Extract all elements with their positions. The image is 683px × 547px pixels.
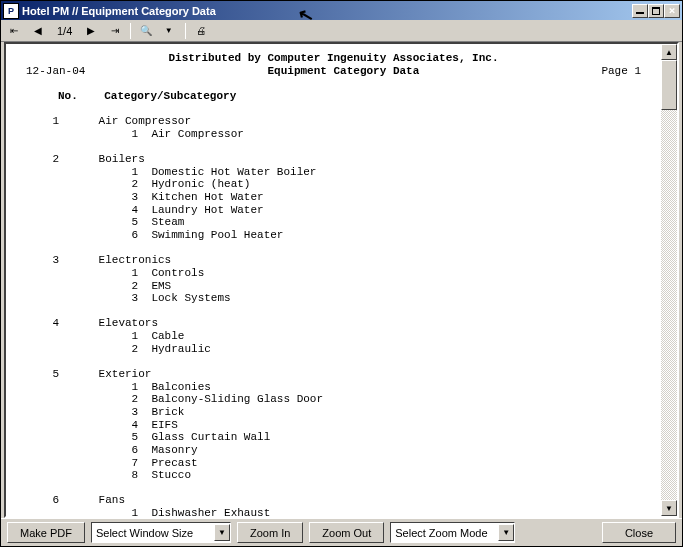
subcategory-row: 5 Steam: [26, 216, 641, 229]
subcategory-row: 2 Hydronic (heat): [26, 178, 641, 191]
category-row: 3 Electronics: [26, 254, 641, 267]
app-window: P Hotel PM // Equipment Category Data ↖ …: [0, 0, 683, 547]
window-size-value: Select Window Size: [96, 527, 214, 539]
subcategory-row: 1 Air Compressor: [26, 128, 641, 141]
scroll-up-button[interactable]: ▲: [661, 44, 677, 60]
zoom-in-button[interactable]: Zoom In: [237, 522, 303, 543]
subcategory-row: 1 Balconies: [26, 381, 641, 394]
subcategory-row: 3 Brick: [26, 406, 641, 419]
make-pdf-button[interactable]: Make PDF: [7, 522, 85, 543]
subcategory-row: 4 Laundry Hot Water: [26, 204, 641, 217]
category-row: 4 Elevators: [26, 317, 641, 330]
zoom-mode-dropdown-icon[interactable]: ▼: [498, 524, 514, 541]
page-counter: 1/4: [53, 25, 76, 37]
bottom-bar: Make PDF Select Window Size ▼ Zoom In Zo…: [1, 518, 682, 546]
toolbar-separator: [185, 23, 186, 39]
window-controls: ×: [632, 4, 680, 18]
subcategory-row: 3 Lock Systems: [26, 292, 641, 305]
subcategory-row: 2 Balcony-Sliding Glass Door: [26, 393, 641, 406]
subcategory-row: 2 EMS: [26, 280, 641, 293]
toolbar: ⇤ ◀ 1/4 ▶ ⇥ 🔍 ▼ 🖨: [1, 20, 682, 42]
category-row: 2 Boilers: [26, 153, 641, 166]
column-headers: No. Category/Subcategory: [26, 90, 641, 103]
maximize-button[interactable]: [648, 4, 664, 18]
subcategory-row: 8 Stucco: [26, 469, 641, 482]
prev-page-button[interactable]: ◀: [29, 22, 47, 40]
report-distributor: Distributed by Computer Ingenuity Associ…: [26, 52, 641, 65]
subcategory-row: 1 Cable: [26, 330, 641, 343]
window-title: Hotel PM // Equipment Category Data: [22, 5, 632, 17]
titlebar: P Hotel PM // Equipment Category Data ↖ …: [1, 1, 682, 20]
report-page: Page 1: [601, 65, 641, 78]
minimize-button[interactable]: [632, 4, 648, 18]
app-icon: P: [3, 3, 19, 19]
subcategory-row: 4 EIFS: [26, 419, 641, 432]
first-page-button[interactable]: ⇤: [5, 22, 23, 40]
zoom-button[interactable]: 🔍: [137, 22, 155, 40]
report-page: Distributed by Computer Ingenuity Associ…: [6, 44, 661, 516]
subcategory-row: 3 Kitchen Hot Water: [26, 191, 641, 204]
report-title: Equipment Category Data: [85, 65, 601, 78]
subcategory-row: 6 Swimming Pool Heater: [26, 229, 641, 242]
zoom-out-button[interactable]: Zoom Out: [309, 522, 384, 543]
last-page-button[interactable]: ⇥: [106, 22, 124, 40]
zoom-mode-select[interactable]: Select Zoom Mode ▼: [390, 522, 515, 543]
print-button[interactable]: 🖨: [192, 22, 210, 40]
window-size-dropdown-icon[interactable]: ▼: [214, 524, 230, 541]
category-row: 1 Air Compressor: [26, 115, 641, 128]
subcategory-row: 1 Dishwasher Exhaust: [26, 507, 641, 516]
scroll-track[interactable]: [661, 60, 677, 500]
subcategory-row: 2 Hydraulic: [26, 343, 641, 356]
zoom-mode-value: Select Zoom Mode: [395, 527, 498, 539]
category-row: 6 Fans: [26, 494, 641, 507]
next-page-button[interactable]: ▶: [82, 22, 100, 40]
report-date: 12-Jan-04: [26, 65, 85, 78]
window-size-select[interactable]: Select Window Size ▼: [91, 522, 231, 543]
scroll-thumb[interactable]: [661, 60, 677, 110]
category-row: 5 Exterior: [26, 368, 641, 381]
subcategory-row: 6 Masonry: [26, 444, 641, 457]
close-button[interactable]: Close: [602, 522, 676, 543]
document-area: Distributed by Computer Ingenuity Associ…: [4, 42, 679, 518]
toolbar-separator: [130, 23, 131, 39]
scroll-down-button[interactable]: ▼: [661, 500, 677, 516]
subcategory-row: 7 Precast: [26, 457, 641, 470]
subcategory-row: 1 Domestic Hot Water Boiler: [26, 166, 641, 179]
subcategory-row: 1 Controls: [26, 267, 641, 280]
subcategory-row: 5 Glass Curtain Wall: [26, 431, 641, 444]
zoom-dropdown-button[interactable]: ▼: [161, 22, 179, 40]
vertical-scrollbar[interactable]: ▲ ▼: [661, 44, 677, 516]
window-close-button[interactable]: ×: [664, 4, 680, 18]
